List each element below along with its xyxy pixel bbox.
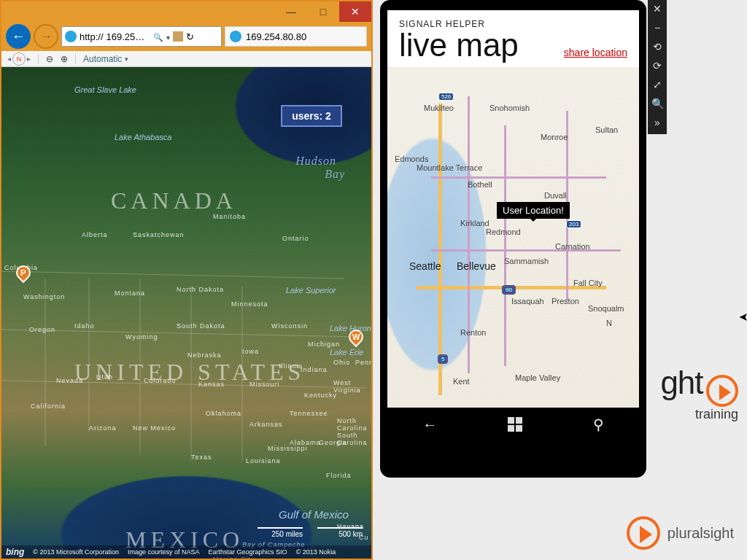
state-label: Michigan [308,341,340,348]
state-label: Montana [115,289,145,297]
city-bellevue: Bellevue [457,260,496,272]
attrib-earthstar: Earthstar Geographics SIO [209,548,287,556]
compass-control[interactable]: ◂ N ▸ [7,52,31,66]
state-label: South Dakota [177,322,225,330]
emu-more-button[interactable]: » [654,117,660,128]
state-label: Utah [96,373,113,381]
state-label: Arizona [89,424,117,432]
state-label: Wyoming [125,333,158,341]
mouse-cursor-icon: ➤ [739,310,747,324]
zoom-in-icon[interactable]: ⊕ [61,54,68,64]
city-label: Carnation [555,242,590,251]
attrib-nokia: © 2013 Nokia [296,548,336,556]
map-border-lines [1,67,371,559]
svg-line-0 [1,271,344,279]
map-style-dropdown[interactable]: Automatic [83,54,128,64]
state-label: Kentucky [304,392,337,399]
brand-fragment: ght [660,365,703,400]
attrib-nasa: Image courtesy of NASA [128,548,200,556]
window-minimize-button[interactable]: — [275,1,307,22]
user-location-callout[interactable]: User Location! [497,202,570,219]
search-icon[interactable] [153,31,163,42]
url-scheme: http:// [80,31,104,42]
emu-minimize-button[interactable]: − [654,22,660,34]
zoom-out-icon[interactable]: ⊖ [46,54,53,64]
state-label: Arkansas [249,421,283,428]
pluralsight-footer: pluralsight [627,516,734,550]
state-label: New Mexico [133,424,176,432]
city-label: Renton [460,328,486,337]
back-button[interactable]: ← [6,24,31,49]
toolbar-separator [38,54,39,64]
state-label: Texas [191,454,212,461]
state-label: Oregon [29,326,55,333]
state-label: North Dakota [177,286,224,293]
play-ring-icon [627,516,660,550]
state-label: Illinois [279,362,303,370]
shield-i90: 90 [503,286,515,294]
state-label: Oklahoma [206,410,241,417]
phone-back-button[interactable]: ← [422,416,437,433]
lake-label: Lake Athabasca [115,133,171,141]
bing-map-canvas[interactable]: users: 2 Great Slave Lake Lake Athabasca… [1,67,371,559]
tab-favicon-icon [230,31,241,42]
shield-203: 203 [566,220,581,228]
state-label: Washington [23,293,65,300]
brand-word: pluralsight [667,525,734,542]
state-label: Kansas [198,381,225,388]
city-label: Mountlake Terrace [417,163,482,172]
window-maximize-button[interactable]: □ [307,1,339,22]
prov-label: Ontario [282,235,309,242]
lake-label: Lake Erie [330,348,363,357]
emu-close-button[interactable]: ✕ [653,3,662,15]
city-label: Mukilteo [424,104,454,112]
road [431,249,621,252]
emu-rotate-right-button[interactable]: ⟳ [653,60,662,71]
pluralsight-banner: ght training [660,365,738,422]
state-label: Wisconsin [271,322,308,330]
url-input[interactable] [107,31,150,42]
attrib-ms: © 2013 Microsoft Corporation [33,548,119,556]
state-label: Iowa [242,348,259,355]
search-dropdown-icon[interactable] [166,31,170,42]
city-label: Monroe [541,133,568,141]
city-label: Edmonds [395,155,428,163]
phone-search-button[interactable]: ⚲ [593,416,604,433]
city-label: Fall City [573,279,603,287]
state-label: North Carolina [337,417,371,432]
city-label: N [606,319,612,327]
forward-button[interactable]: → [34,24,58,49]
state-label: Georgia [319,439,347,446]
road [504,125,506,366]
page-title: live map [399,29,519,61]
compat-view-icon[interactable] [173,31,183,42]
window-close-button[interactable]: ✕ [339,1,371,22]
city-label: Maple Valley [515,373,560,382]
address-bar[interactable]: http:// [61,26,222,47]
emu-fit-button[interactable]: ⤢ [653,79,662,90]
phone-map-canvas[interactable]: 5 90 526 203 Seattle Bellevue Redmond Ki… [387,67,639,408]
app-header: SIGNALR HELPER live map share location [399,19,627,61]
city-label: Duvall [544,191,567,200]
state-label: Indiana [301,366,328,373]
phone-home-button[interactable] [508,417,522,432]
brand-subtext: training [660,407,738,422]
tab-title: 169.254.80.80 [246,31,306,42]
users-count-badge: users: 2 [281,105,342,127]
browser-tab[interactable]: 169.254.80.80 [225,26,367,47]
emu-zoom-button[interactable]: 🔍 [651,98,664,109]
refresh-icon[interactable] [186,31,194,42]
state-label: Idaho [74,322,95,330]
city-label: Snohomish [489,104,530,112]
emu-rotate-left-button[interactable]: ⟲ [653,41,662,52]
state-label: California [31,402,66,410]
prov-label: Alberta [82,231,108,238]
ie-favicon-icon [65,31,77,42]
state-label: Florida [326,472,352,479]
share-location-link[interactable]: share location [564,47,627,58]
state-label: Nebraska [187,351,222,359]
bing-logo: bing [6,547,24,557]
emulator-toolbar: ✕ − ⟲ ⟳ ⤢ 🔍 » [648,0,667,134]
city-label: Sultan [595,125,618,134]
window-titlebar: — □ ✕ [1,1,371,22]
